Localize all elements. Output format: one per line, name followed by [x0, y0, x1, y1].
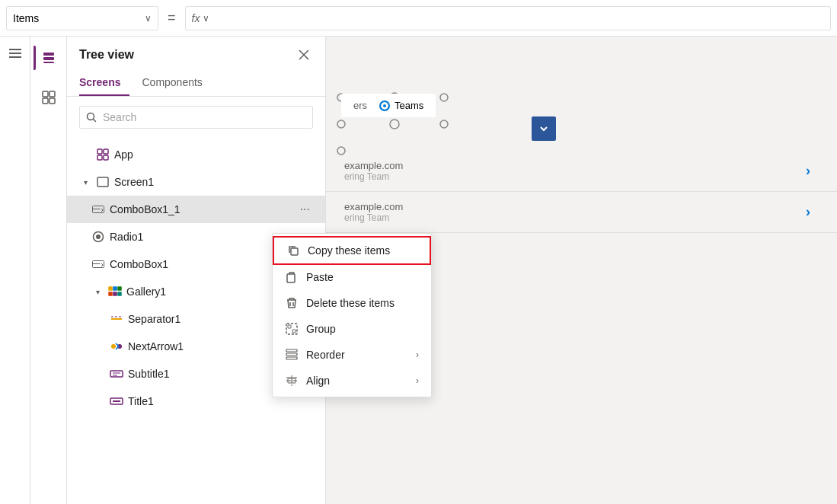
radio-icon — [91, 230, 105, 244]
svg-rect-23 — [113, 292, 117, 296]
formula-bar[interactable]: fx ∨ — [185, 6, 831, 30]
context-menu-copy[interactable]: Copy these items — [273, 236, 431, 265]
svg-rect-36 — [291, 248, 298, 255]
radio-option-label-prev: ers — [353, 100, 367, 111]
radio-teams-label: Teams — [395, 100, 423, 111]
list-item-1-arrow[interactable]: › — [797, 161, 819, 182]
radio-selected-dot — [379, 100, 390, 111]
list-item-1-subtitle: ering Team — [344, 171, 797, 182]
svg-rect-43 — [286, 357, 297, 359]
reorder-label: Reorder — [306, 349, 408, 361]
tree-tabs: Screens Components — [67, 70, 325, 97]
reorder-icon — [285, 348, 299, 362]
title-icon — [110, 394, 123, 408]
sidebar-layers-icon[interactable] — [34, 43, 64, 73]
dropdown-arrow-icon: ∨ — [145, 13, 152, 24]
list-item-2-arrow[interactable]: › — [797, 202, 819, 223]
svg-rect-12 — [97, 177, 108, 187]
tab-screens[interactable]: Screens — [79, 70, 129, 96]
app-icon — [96, 148, 110, 161]
align-icon — [285, 374, 299, 388]
screen1-expand-icon[interactable]: ▾ — [79, 176, 91, 188]
list-items: example.com ering Team › example.com eri… — [326, 151, 837, 233]
svg-rect-10 — [97, 155, 102, 160]
svg-rect-4 — [50, 91, 55, 97]
dropdown-indicator[interactable] — [532, 116, 556, 141]
screen1-label: Screen1 — [114, 176, 313, 188]
context-menu-reorder[interactable]: Reorder › — [273, 342, 431, 368]
list-item-2[interactable]: example.com ering Team › — [326, 192, 837, 233]
tree-title: Tree view — [79, 48, 134, 62]
svg-rect-22 — [109, 292, 113, 296]
combobox1-1-label: ComboBox1_1 — [110, 203, 292, 215]
search-input[interactable] — [103, 111, 306, 123]
gallery1-expand-icon[interactable]: ▾ — [91, 285, 104, 298]
gallery-icon — [108, 285, 122, 298]
context-menu-delete[interactable]: Delete these items — [273, 290, 431, 316]
svg-point-25 — [111, 344, 116, 349]
radio-bar: ers Teams — [341, 94, 436, 117]
align-label: Align — [306, 375, 408, 387]
more-options-icon[interactable]: ··· — [297, 201, 313, 218]
context-menu-paste[interactable]: Paste — [273, 264, 431, 290]
svg-point-16 — [96, 234, 101, 239]
list-item-2-text: example.com ering Team — [344, 201, 797, 223]
svg-rect-19 — [109, 287, 113, 291]
combobox-icon — [91, 203, 105, 216]
nextarrow-icon — [110, 340, 123, 353]
separator-icon — [110, 312, 123, 326]
copy-icon — [286, 244, 300, 257]
sidebar-components-icon[interactable] — [34, 82, 64, 113]
paste-label: Paste — [306, 271, 419, 283]
svg-rect-27 — [110, 371, 123, 377]
copy-label: Copy these items — [308, 244, 417, 257]
left-nav — [0, 37, 30, 504]
tree-item-app[interactable]: App — [67, 141, 325, 168]
equals-icon: = — [165, 10, 179, 26]
fx-arrow-icon: ∨ — [203, 13, 209, 24]
list-item-1-title: example.com — [344, 160, 797, 171]
svg-rect-20 — [113, 287, 117, 291]
screen-icon — [96, 175, 110, 189]
svg-point-31 — [337, 120, 345, 128]
svg-rect-8 — [97, 149, 102, 154]
paste-icon — [285, 270, 299, 284]
group-icon — [285, 322, 299, 336]
top-bar: Items ∨ = fx ∨ — [0, 0, 837, 37]
svg-point-32 — [440, 120, 448, 128]
reorder-arrow-icon: › — [416, 349, 419, 360]
items-dropdown-label: Items — [13, 12, 145, 24]
items-dropdown[interactable]: Items ∨ — [6, 6, 158, 30]
align-arrow-icon: › — [416, 375, 419, 386]
svg-rect-11 — [104, 155, 108, 160]
hamburger-icon[interactable] — [6, 46, 24, 61]
search-icon — [86, 112, 97, 123]
svg-rect-2 — [43, 62, 54, 63]
svg-point-30 — [440, 94, 448, 101]
combobox-icon-2 — [91, 257, 105, 271]
list-item-1[interactable]: example.com ering Team › — [326, 151, 837, 192]
sidebar-icons — [30, 37, 67, 504]
tree-item-combobox1-1[interactable]: ComboBox1_1 ··· — [67, 196, 325, 223]
app-label: App — [114, 148, 313, 161]
tree-header: Tree view — [67, 37, 325, 70]
tab-components[interactable]: Components — [142, 70, 211, 96]
context-menu-group[interactable]: Group — [273, 316, 431, 342]
delete-icon — [285, 296, 299, 310]
radio-option-teams[interactable]: Teams — [379, 100, 423, 111]
tree-search-box[interactable] — [79, 106, 313, 129]
list-item-1-text: example.com ering Team — [344, 160, 797, 182]
svg-rect-39 — [288, 325, 291, 328]
tree-item-screen1[interactable]: ▾ Screen1 — [67, 168, 325, 196]
delete-label: Delete these items — [306, 297, 419, 309]
svg-rect-40 — [292, 330, 296, 333]
svg-rect-0 — [43, 53, 54, 56]
svg-rect-21 — [118, 287, 122, 291]
svg-rect-1 — [43, 57, 54, 60]
tree-close-button[interactable] — [295, 46, 313, 64]
svg-point-35 — [390, 120, 399, 129]
context-menu-align[interactable]: Align › — [273, 368, 431, 394]
svg-rect-41 — [286, 349, 297, 352]
svg-rect-5 — [43, 98, 48, 104]
svg-rect-24 — [118, 292, 122, 296]
